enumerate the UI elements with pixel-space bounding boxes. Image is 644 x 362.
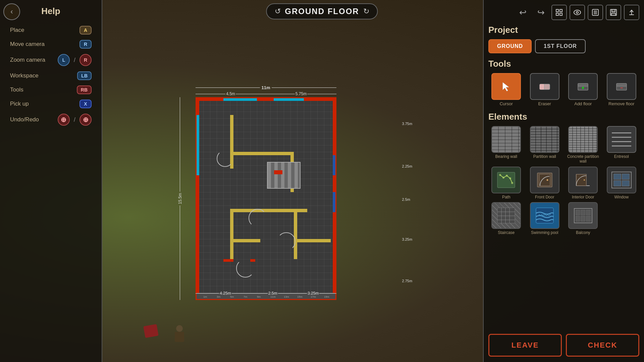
top-toolbar: ↩ ↪ [488,3,639,20]
svg-rect-16 [540,84,544,89]
element-path[interactable]: Path [488,167,524,199]
svg-text:+: + [582,85,584,90]
swimming-pool-label: Swimming pool [531,230,558,235]
bottom-red-2 [250,259,255,262]
zoom-sep: / [74,57,75,64]
element-balcony[interactable]: Balcony [565,202,601,235]
svg-rect-1 [560,9,562,12]
int-wall-h1 [230,152,290,155]
dim-right-3: 2.5m [401,182,410,217]
dim-right-5: 2.75m [401,262,413,300]
bearing-wall-icon [491,126,521,153]
tool-eraser[interactable]: Eraser [527,73,563,106]
ground-floor-button[interactable]: GROUND [488,39,532,53]
interior-door-icon [568,167,598,193]
tool-remove-floor[interactable]: − Remove floor [604,73,640,106]
svg-rect-31 [539,174,550,186]
leave-button[interactable]: LEAVE [488,334,562,357]
list-button[interactable] [588,5,603,20]
svg-text:1m: 1m [203,295,207,298]
eye-button[interactable] [570,5,585,20]
help-row-undo: Undo/Redo ⊕ / ⊕ [0,111,102,128]
svg-rect-3 [560,13,562,15]
top-dim-total: 11m 4.5m 5.75m [196,85,336,96]
element-concrete-partition-wall[interactable]: Concrete partition wall [565,126,601,164]
left-panel: ‹ Help Place A Move camera R Zoom camera… [0,0,102,362]
element-staircase[interactable]: Staircase [488,202,524,235]
element-window[interactable]: Window [604,167,640,199]
help-row-workspace: Workspace LB [0,69,102,83]
front-door-icon [530,167,559,193]
floor-indicator: ↺ GROUND FLOOR ↻ [266,3,378,19]
redo-button[interactable]: ↪ [533,5,549,20]
svg-point-5 [576,11,578,13]
int-wall-h2 [230,209,307,212]
move-key: R [79,40,92,49]
concrete-partition-wall-icon [568,126,598,153]
elements-grid: Bearing wall Partition wall Concrete par… [488,126,639,235]
partition-wall-label: Partition wall [533,154,556,159]
svg-point-4 [574,10,581,15]
front-door-label: Front Door [535,195,554,199]
eraser-label: Eraser [538,101,551,106]
svg-text:15m: 15m [297,295,303,298]
back-button[interactable]: ‹ [3,3,20,20]
undo-sep: / [74,116,75,123]
svg-text:9m: 9m [257,295,261,298]
element-entresol[interactable]: Entresol [604,126,640,164]
zoom-key-r: R [79,54,92,66]
svg-text:5m: 5m [230,295,234,298]
tool-cursor[interactable]: Cursor [488,73,524,106]
character-bag [144,325,161,342]
window-icon [607,167,636,193]
int-wall-h4 [294,239,331,242]
floor-arrow-left[interactable]: ↺ [275,7,281,16]
workspace-key: LB [77,71,92,80]
element-swimming-pool[interactable]: Swimming pool [527,202,563,235]
element-interior-door[interactable]: Interior Door [565,167,601,199]
svg-text:3m: 3m [217,295,220,298]
cyan-wall-2 [274,98,304,101]
check-button[interactable]: CHECK [566,334,639,357]
zoom-key-l: L [58,54,70,66]
path-label: Path [502,195,511,199]
character-figure [171,325,188,344]
element-front-door[interactable]: Front Door [527,167,563,199]
tools-label: Tools [10,86,73,93]
help-row-tools: Tools RB [0,83,102,97]
grid [197,98,335,299]
add-floor-label: Add floor [574,101,592,106]
dim-right-2: 2.25m [401,150,413,182]
balcony-label: Balcony [576,230,590,235]
place-key: A [79,26,92,35]
svg-point-36 [584,179,585,181]
tools-title: Tools [488,59,639,69]
undo-button[interactable]: ↩ [515,5,531,20]
int-wall-v3 [230,212,233,259]
blueprint[interactable]: 1m 3m 5m 7m 9m 11m 13m 15m 17m 19m [196,97,336,300]
svg-rect-12 [611,13,615,15]
redo-key: ⊕ [79,114,92,126]
first-floor-button[interactable]: 1ST FLOOR [535,39,586,53]
blue-wall-right-2 [333,192,335,212]
staircase-label: Staircase [498,230,515,235]
right-panel: ↩ ↪ [483,0,644,362]
svg-text:−: − [620,85,623,90]
save-button[interactable] [606,5,621,20]
element-bearing-wall[interactable]: Bearing wall [488,126,524,164]
concrete-partition-wall-label: Concrete partition wall [565,154,601,164]
bottom-red-1 [223,259,233,262]
floor-arrow-right[interactable]: ↻ [363,7,369,16]
grid-button[interactable] [551,5,567,20]
outer-wall-top [197,98,335,101]
stair-red-marker [274,170,282,174]
swimming-pool-icon [530,202,559,229]
svg-rect-2 [556,13,558,15]
tool-add-floor[interactable]: + Add floor [565,73,601,106]
pickup-key: X [79,100,92,108]
right-dims: 3.75m 2.25m 2.5m 3.25m 2.75m [401,97,421,300]
upload-button[interactable] [624,5,639,20]
dim-right-1: 3.75m [401,97,413,150]
element-partition-wall[interactable]: Partition wall [527,126,563,164]
int-wall-h3 [233,239,260,242]
